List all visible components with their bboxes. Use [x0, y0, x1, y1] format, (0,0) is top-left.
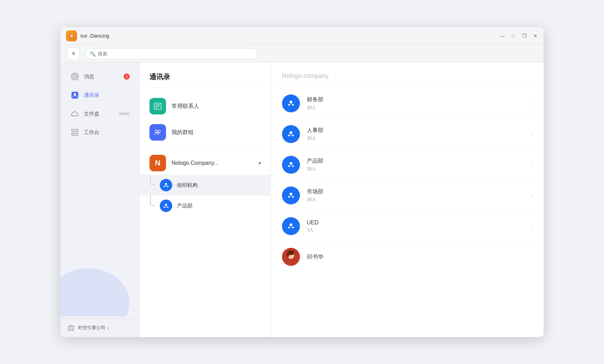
my-groups-avatar — [149, 124, 166, 141]
dept-finance-info: 财务部 30人 — [307, 96, 531, 111]
svg-point-4 — [74, 76, 76, 77]
minimize-button[interactable]: — — [499, 33, 505, 39]
dept-item-marketing[interactable]: 市场部 30人 › — [271, 180, 544, 211]
dept-ued-name: UED — [307, 220, 531, 226]
restore-button[interactable]: ❐ — [522, 33, 527, 39]
files-icon — [70, 109, 80, 119]
search-icon: 🔍 — [90, 51, 96, 57]
sidebar-messages-label: 消息 — [84, 73, 94, 80]
sidebar-footer-label: 时空引擎公司 — [78, 325, 105, 331]
dept-marketing-chevron-icon: › — [531, 193, 533, 198]
dept-finance-avatar — [282, 94, 300, 112]
dept-item-finance[interactable]: 财务部 30人 › — [271, 88, 544, 119]
sidebar-item-files[interactable]: 文件盘 hover — [63, 105, 137, 123]
my-groups-label: 我的群组 — [172, 129, 194, 136]
middle-panel: 通讯录 常用联系人 — [140, 63, 271, 337]
company-header[interactable]: N Nologo.Company... ▾ — [140, 151, 271, 175]
svg-point-45 — [286, 252, 289, 257]
person-qiu-avatar — [282, 248, 300, 266]
sidebar-item-workspace[interactable]: 工作台 — [63, 123, 137, 141]
tree-item-org[interactable]: 组织机构 — [140, 175, 271, 195]
dept-marketing-count: 30人 — [307, 196, 531, 203]
dept-ued-avatar — [282, 217, 300, 235]
company-avatar: N — [149, 155, 166, 171]
window-controls: — □ ❐ ✕ — [499, 33, 538, 39]
dept-marketing-info: 市场部 30人 — [307, 188, 531, 203]
company-name: Nologo.Company... — [172, 160, 259, 166]
dept-finance-chevron-icon: › — [531, 101, 533, 106]
person-item-qiu[interactable]: 邱书华 — [271, 242, 544, 272]
dept-ued-count: 3人 — [307, 227, 531, 233]
tree-org-label: 组织机构 — [177, 182, 198, 189]
dept-product-chevron-icon: › — [531, 162, 533, 168]
tree-line-product — [152, 195, 153, 206]
svg-rect-9 — [72, 133, 74, 135]
app-title: Ice .Dancing — [80, 33, 499, 39]
middle-panel-header: 通讯录 — [140, 63, 271, 88]
dept-product-name: 产品部 — [307, 158, 531, 165]
my-groups-item[interactable]: 我的群组 — [140, 119, 271, 145]
dept-product-count: 30人 — [307, 166, 531, 172]
footer-chevron-icon: ∨ — [107, 326, 109, 330]
tree-item-product[interactable]: 产品部 — [140, 195, 271, 216]
frequent-contacts-label: 常用联系人 — [172, 103, 199, 110]
search-bar: 🔍 — [85, 48, 258, 59]
svg-point-37 — [290, 223, 292, 226]
svg-point-17 — [155, 130, 158, 133]
svg-rect-8 — [76, 129, 78, 132]
dept-hr-count: 30人 — [307, 135, 531, 141]
svg-point-28 — [290, 131, 292, 134]
svg-point-34 — [290, 193, 292, 195]
app-logo: 冰 — [66, 30, 77, 41]
tree-product-label: 产品部 — [177, 203, 193, 209]
app-window: 冰 Ice .Dancing — □ ❐ ✕ + 🔍 — [60, 27, 544, 337]
svg-point-18 — [158, 130, 160, 133]
dept-marketing-avatar — [282, 186, 300, 204]
dept-hr-avatar — [282, 125, 300, 143]
add-button[interactable]: + — [67, 48, 80, 60]
contacts-title: 通讯录 — [149, 73, 170, 81]
middle-divider — [149, 148, 261, 149]
svg-point-31 — [290, 162, 292, 165]
dept-product-avatar — [282, 156, 300, 174]
sidebar-footer[interactable]: 时空引擎公司 ∨ — [60, 318, 139, 337]
dept-finance-name: 财务部 — [307, 96, 531, 103]
product-dept-icon — [160, 200, 172, 212]
files-hover-label: hover — [119, 111, 130, 116]
svg-text:冰: 冰 — [70, 34, 74, 38]
sidebar-item-messages[interactable]: 消息 3 — [63, 68, 137, 85]
tree-line-org — [152, 175, 153, 195]
close-button[interactable]: ✕ — [533, 33, 538, 39]
dept-product-info: 产品部 30人 — [307, 158, 531, 172]
right-panel-title: Nologo.company — [282, 72, 329, 79]
svg-rect-12 — [69, 326, 74, 331]
dept-hr-chevron-icon: › — [531, 131, 533, 137]
svg-point-22 — [165, 204, 167, 206]
main-layout: 消息 3 通讯录 — [60, 63, 544, 337]
dept-marketing-name: 市场部 — [307, 188, 531, 195]
sidebar-workspace-label: 工作台 — [84, 129, 99, 136]
right-panel-header: Nologo.company — [271, 63, 544, 85]
svg-rect-7 — [72, 129, 74, 132]
frequent-contacts-item[interactable]: 常用联系人 — [140, 93, 271, 119]
sidebar-files-label: 文件盘 — [84, 111, 99, 117]
messages-badge: 3 — [124, 73, 130, 80]
svg-point-19 — [165, 183, 167, 185]
dept-item-ued[interactable]: UED 3人 › — [271, 211, 544, 242]
dept-item-hr[interactable]: 人事部 30人 › — [271, 119, 544, 150]
sidebar-contacts-label: 通讯录 — [84, 92, 99, 99]
company-chevron-icon: ▾ — [259, 160, 261, 166]
dept-hr-name: 人事部 — [307, 127, 531, 134]
sidebar-nav: 消息 3 通讯录 — [60, 63, 139, 318]
dept-finance-count: 30人 — [307, 104, 531, 111]
workspace-icon — [70, 128, 80, 137]
sidebar-item-contacts[interactable]: 通讯录 — [63, 86, 137, 104]
right-panel-content: 财务部 30人 › — [271, 85, 544, 337]
org-dept-icon — [160, 179, 172, 191]
maximize-button[interactable]: □ — [510, 33, 516, 39]
title-bar: 冰 Ice .Dancing — □ ❐ ✕ — [60, 27, 544, 45]
dept-item-product[interactable]: 产品部 30人 › — [271, 150, 544, 180]
search-input[interactable] — [98, 51, 253, 57]
svg-point-25 — [290, 101, 292, 103]
dept-ued-chevron-icon: › — [531, 223, 533, 229]
